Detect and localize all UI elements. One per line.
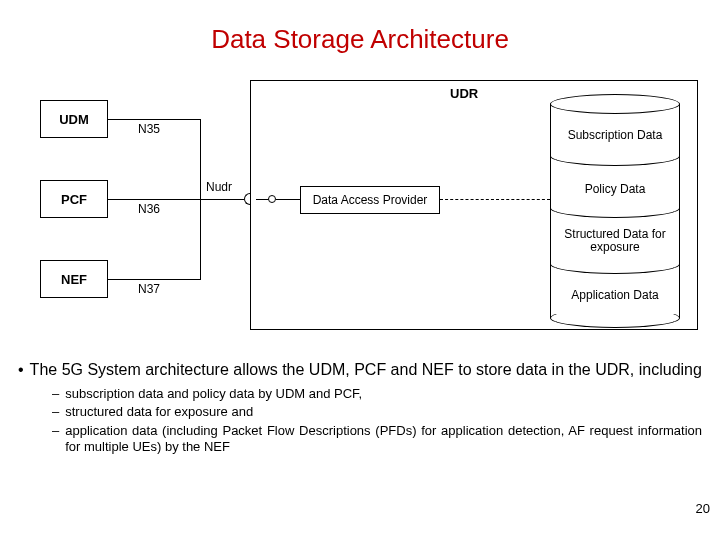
lollipop-to-dap: [276, 199, 300, 200]
udr-title: UDR: [450, 86, 478, 101]
sub-bullet-2-text: structured data for exposure and: [65, 404, 253, 420]
bullet-dot-icon: •: [18, 360, 24, 380]
dash-icon: –: [52, 386, 59, 402]
sub-bullet-3-text: application data (including Packet Flow …: [65, 423, 702, 456]
nef-box: NEF: [40, 260, 108, 298]
cylinder-label-structured: Structured Data for exposure: [550, 228, 680, 254]
line-nef: [108, 279, 200, 280]
udm-box: UDM: [40, 100, 108, 138]
cylinder-label-policy: Policy Data: [550, 182, 680, 196]
main-bullet: • The 5G System architecture allows the …: [18, 360, 702, 380]
line-pcf: [108, 199, 200, 200]
dash-icon: –: [52, 404, 59, 420]
dap-to-cylinder-line: [440, 199, 550, 200]
sub-bullet-1-text: subscription data and policy data by UDM…: [65, 386, 362, 402]
body-text: • The 5G System architecture allows the …: [18, 360, 702, 457]
line-udm: [108, 119, 200, 120]
pcf-box: PCF: [40, 180, 108, 218]
label-n35: N35: [138, 122, 160, 136]
bus-to-lollipop: [200, 199, 244, 200]
architecture-diagram: UDR UDM PCF NEF N35 N36 N37 Nudr Data Ac…: [20, 80, 700, 350]
label-n37: N37: [138, 282, 160, 296]
cylinder-bottom-icon: [550, 308, 680, 328]
cylinder-label-application: Application Data: [550, 288, 680, 302]
cylinder-label-subscription: Subscription Data: [550, 128, 680, 142]
main-bullet-text: The 5G System architecture allows the UD…: [30, 360, 702, 380]
label-nudr: Nudr: [206, 180, 232, 194]
sub-bullet-2: – structured data for exposure and: [52, 404, 702, 420]
lollipop-ball-icon: [268, 195, 276, 203]
label-n36: N36: [138, 202, 160, 216]
dash-icon: –: [52, 423, 59, 456]
sub-bullet-3: – application data (including Packet Flo…: [52, 423, 702, 456]
data-access-provider-box: Data Access Provider: [300, 186, 440, 214]
sub-bullet-1: – subscription data and policy data by U…: [52, 386, 702, 402]
page-number: 20: [696, 501, 710, 516]
page-title: Data Storage Architecture: [0, 24, 720, 55]
